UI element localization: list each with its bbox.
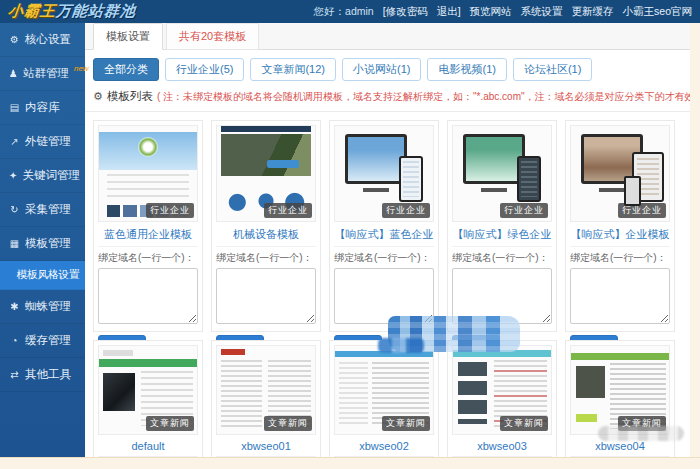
template-card: 文章新闻 xbwseo01 绑定域名(一行一个)： 保存 <box>211 340 321 457</box>
template-thumbnail[interactable]: 文章新闻 <box>334 345 434 435</box>
category-filter-button[interactable]: 小说网站(1) <box>342 58 421 81</box>
template-title-link[interactable]: xbwseo03 <box>452 435 552 457</box>
sidebar-item-label: 模板风格设置 <box>17 268 80 282</box>
template-thumbnail[interactable]: 行业企业 <box>452 125 552 222</box>
其他工具[interactable]: ⇄ 其他工具 <box>0 358 85 392</box>
template-thumbnail[interactable]: 行业企业 <box>98 125 198 222</box>
logo-part-1: 小霸王 <box>7 2 57 19</box>
category-badge: 行业企业 <box>146 203 194 218</box>
category-badge: 文章新闻 <box>500 416 548 431</box>
category-badge: 行业企业 <box>264 203 312 218</box>
category-filter-button[interactable]: 行业企业(5) <box>165 58 244 81</box>
bind-domain-label: 绑定域名(一行一个)： <box>570 247 670 268</box>
collect-icon: ↻ <box>9 204 20 215</box>
notice-title: 模板列表 <box>107 89 153 104</box>
top-link[interactable]: 退出] <box>437 5 461 19</box>
tab-bar: 模板设置共有20套模板 <box>85 23 690 50</box>
thumbnail-art <box>571 353 669 360</box>
template-list-notice: ⚙ 模板列表 ( 注：未绑定模板的域名将会随机调用模板，域名支持泛解析绑定，如：… <box>85 87 690 112</box>
sidebar-item-label: 模板管理 <box>25 236 71 251</box>
category-filter-button[interactable]: 文章新闻(12) <box>250 58 336 81</box>
outlink-icon: ↗ <box>9 136 20 147</box>
bind-domains-textarea[interactable] <box>452 268 552 324</box>
tools-icon: ⇄ <box>9 369 20 380</box>
category-badge: 文章新闻 <box>264 416 312 431</box>
thumbnail-art <box>339 362 368 427</box>
bind-domain-label: 绑定域名(一行一个)： <box>216 247 316 268</box>
template-title-link[interactable]: 【响应式】蓝色企业 <box>334 222 434 247</box>
template-thumbnail[interactable]: 文章新闻 <box>98 345 198 435</box>
tab[interactable]: 模板设置 <box>93 23 163 50</box>
缓存管理[interactable]: ◔ 缓存管理 <box>0 324 85 358</box>
category-badge: 文章新闻 <box>618 416 666 431</box>
sidebar-item-label: 站群管理 <box>23 66 69 81</box>
template-thumbnail[interactable]: 文章新闻 <box>570 345 670 435</box>
bind-domains-textarea[interactable] <box>334 268 434 324</box>
template-title-link[interactable]: xbwseo02 <box>334 435 434 457</box>
top-link[interactable]: 更新缓存 <box>572 5 614 19</box>
核心设置[interactable]: ⚙ 核心设置 <box>0 23 85 57</box>
采集管理[interactable]: ↻ 采集管理 <box>0 193 85 227</box>
template-thumbnail[interactable]: 文章新闻 <box>216 345 316 435</box>
template-card: 文章新闻 xbwseo02 绑定域名(一行一个)： 保存 <box>329 340 439 457</box>
内容库[interactable]: ▤ 内容库 <box>0 91 85 125</box>
bind-domains-textarea[interactable] <box>216 268 316 324</box>
thumbnail-art <box>399 156 423 202</box>
sidebar-item-label: 核心设置 <box>25 32 71 47</box>
模板管理[interactable]: ▦ 模板管理 <box>0 227 85 261</box>
category-filter-button[interactable]: 电影视频(1) <box>427 58 506 81</box>
template-card: 行业企业 【响应式】企业模板 绑定域名(一行一个)： 保存 <box>565 120 675 332</box>
category-badge: 行业企业 <box>382 203 430 218</box>
category-filter-button[interactable]: 全部分类 <box>93 58 159 81</box>
top-header-bar: 小霸王万能站群池 您好：admin [修改密码退出]预览网站系统设置更新缓存小霸… <box>0 0 700 23</box>
gear-icon: ⚙ <box>93 90 103 103</box>
外链管理[interactable]: ↗ 外链管理 <box>0 125 85 159</box>
template-thumbnail[interactable]: 行业企业 <box>570 125 670 222</box>
category-filter-button[interactable]: 论坛社区(1) <box>513 58 592 81</box>
top-link[interactable]: [修改密码 <box>383 5 428 19</box>
new-badge: new <box>74 64 89 73</box>
tab[interactable]: 共有20套模板 <box>166 23 259 50</box>
template-title-link[interactable]: 【响应式】企业模板 <box>570 222 670 247</box>
模板风格设置[interactable]: 模板风格设置 <box>0 261 85 290</box>
thumbnail-art <box>453 350 551 357</box>
thumbnail-art <box>221 349 245 355</box>
thumbnail-art <box>624 176 641 206</box>
thumbnail-art <box>221 360 262 429</box>
logo-part-2: 万能站群池 <box>55 2 137 19</box>
template-card-grid: 行业企业 蓝色通用企业模板 绑定域名(一行一个)： 保存 行业企业 机械设备模板… <box>85 112 690 457</box>
top-link[interactable]: 系统设置 <box>521 5 563 19</box>
bind-domains-textarea[interactable] <box>570 268 670 324</box>
category-badge: 文章新闻 <box>146 416 194 431</box>
app-window: 小霸王万能站群池 您好：admin [修改密码退出]预览网站系统设置更新缓存小霸… <box>0 0 700 469</box>
bind-domain-label: 绑定域名(一行一个)： <box>452 247 552 268</box>
template-thumbnail[interactable]: 行业企业 <box>334 125 434 222</box>
top-link[interactable]: 预览网站 <box>470 5 512 19</box>
蜘蛛管理[interactable]: ✱ 蜘蛛管理 <box>0 290 85 324</box>
bind-domain-label: 绑定域名(一行一个)： <box>98 247 198 268</box>
template-thumbnail[interactable]: 行业企业 <box>216 125 316 222</box>
template-title-link[interactable]: 蓝色通用企业模板 <box>98 222 198 247</box>
template-title-link[interactable]: 机械设备模板 <box>216 222 316 247</box>
template-title-link[interactable]: 【响应式】绿色企业 <box>452 222 552 247</box>
关键词管理[interactable]: ✦ 关键词管理 <box>0 159 85 193</box>
template-icon: ▦ <box>9 238 20 249</box>
top-link[interactable]: 小霸王seo官网 <box>623 5 692 19</box>
thumbnail-art <box>458 362 487 424</box>
category-badge: 行业企业 <box>500 203 548 218</box>
bind-domains-textarea[interactable] <box>98 268 198 324</box>
template-title-link[interactable]: xbwseo04 <box>570 435 670 457</box>
thumbnail-art <box>345 134 407 184</box>
sidebar-item-label: 采集管理 <box>25 202 71 217</box>
app-logo: 小霸王万能站群池 <box>7 2 137 21</box>
content-library-icon: ▤ <box>9 102 20 113</box>
thumbnail-art <box>107 174 189 200</box>
template-title-link[interactable]: default <box>98 435 198 457</box>
gear-icon: ⚙ <box>9 34 20 45</box>
sidebar-item-label: 其他工具 <box>25 367 71 382</box>
template-title-link[interactable]: xbwseo01 <box>216 435 316 457</box>
template-thumbnail[interactable]: 文章新闻 <box>452 345 552 435</box>
站群管理[interactable]: ♟ 站群管理 new <box>0 57 85 91</box>
sidebar-item-label: 蜘蛛管理 <box>25 299 71 314</box>
category-badge: 文章新闻 <box>382 416 430 431</box>
